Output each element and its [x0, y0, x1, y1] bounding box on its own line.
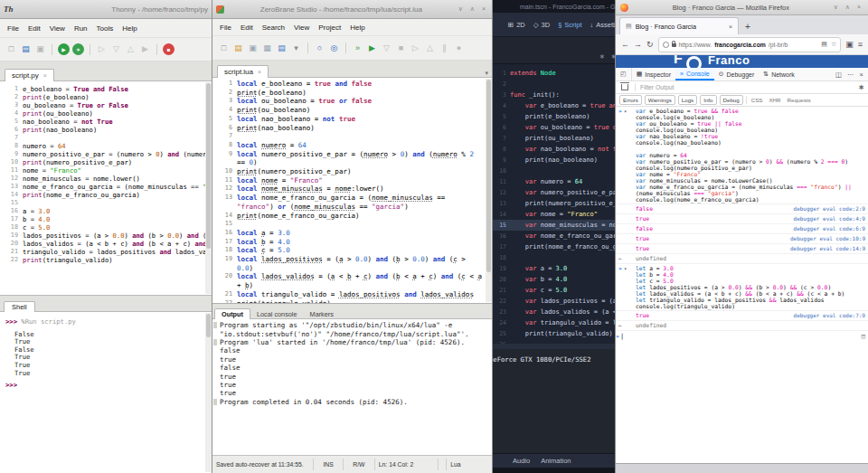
window-buttons[interactable]: ∨ ∧ × [834, 4, 863, 11]
step-out-icon[interactable]: △ [125, 43, 137, 55]
bottom-panel-audio[interactable]: Audio [513, 457, 530, 465]
menu-file[interactable]: File [3, 24, 24, 33]
log-location[interactable]: debugger eval code:2:9 [794, 205, 865, 213]
stop-icon[interactable]: ■ [395, 43, 407, 54]
filter-xhr[interactable]: XHR [767, 97, 782, 103]
tab-shell[interactable]: Shell [4, 301, 35, 312]
devtools-tab-console[interactable]: »Console [675, 68, 714, 80]
console-settings-icon[interactable]: ∗ [858, 83, 864, 91]
toggle-breakpoint-icon[interactable]: ● [453, 43, 465, 54]
stop-icon[interactable]: ■ [163, 43, 175, 55]
menu-file[interactable]: File [215, 24, 236, 32]
window-buttons[interactable]: ∨ ∧ × [458, 5, 488, 13]
menu-view[interactable]: View [289, 24, 314, 32]
editor-scrollbar[interactable] [486, 79, 492, 302]
run-script-icon[interactable]: ▶ [58, 43, 70, 55]
float-panel-icon[interactable]: ∗ [599, 52, 606, 61]
step-into-icon[interactable]: ▽ [110, 43, 122, 55]
step-into-icon[interactable]: ▽ [381, 43, 392, 54]
new-file-icon[interactable]: □ [5, 43, 17, 55]
step-out-icon[interactable]: △ [424, 43, 436, 54]
workspace-3d[interactable]: ◇3D [533, 21, 550, 29]
reload-icon[interactable]: ↻ [646, 40, 654, 49]
log-location[interactable]: debugger eval code:4:9 [794, 215, 865, 222]
shell-panel[interactable]: >>> %Run script.py FalseTrueFalseTrueTru… [0, 312, 212, 473]
panel-tab-markers[interactable]: Markers [304, 309, 340, 319]
run-icon[interactable]: ▶ [366, 43, 378, 54]
tab-list-dropdown-icon[interactable]: ▾ [485, 70, 492, 77]
forward-icon[interactable]: → [634, 40, 642, 49]
console-output[interactable]: »▾var e_booleano = true && false console… [616, 107, 868, 463]
scrollbar-thumb[interactable] [206, 83, 211, 249]
editor-scrollbar[interactable] [205, 82, 212, 294]
menu-help[interactable]: Help [345, 24, 369, 32]
filter-errors[interactable]: Errors [619, 95, 642, 105]
panel-tab-output[interactable]: Output [214, 308, 250, 319]
split-console-icon[interactable]: ◫ [862, 333, 865, 340]
resume-icon[interactable]: ▶ [139, 43, 151, 55]
menu-project[interactable]: Project [314, 24, 345, 32]
split-console-icon[interactable]: ◫ [835, 71, 842, 79]
godot-titlebar[interactable]: main.tscn - FrancoGarcia.com - Godot En [493, 0, 624, 13]
zerobrane-titlebar[interactable]: ZeroBrane Studio - /home/franco/tmp/lua/… [212, 0, 492, 19]
devtools-tab-debugger[interactable]: ⊙Debugger [714, 68, 760, 80]
site-info-icon[interactable] [663, 42, 669, 48]
collapse-caret-icon[interactable]: ▾ [624, 266, 627, 272]
workspace-2d[interactable]: ⊞2D [508, 21, 525, 29]
bottom-panel-animation[interactable]: Animation [541, 457, 571, 465]
filter-input[interactable] [640, 84, 854, 90]
filter-warnings[interactable]: Warnings [645, 95, 675, 105]
pick-element-icon[interactable]: ◰ [616, 68, 632, 80]
log-location[interactable]: debugger eval code:6:9 [794, 225, 865, 232]
new-tab-button[interactable]: + [745, 22, 750, 34]
bookmark-star-icon[interactable]: ☆ [831, 41, 836, 48]
browser-tab[interactable]: ▤ Blog · Franco Garcia × [619, 17, 739, 34]
devtools-tab-inspector[interactable]: ▦Inspector [632, 68, 675, 80]
output-panel[interactable]: Program starting as '"/opt/zbstudio/bin/… [212, 319, 492, 455]
menu-view[interactable]: View [45, 24, 70, 33]
scrollbar-thumb[interactable] [486, 80, 491, 272]
workspace-script[interactable]: §Script [558, 21, 581, 29]
firefox-titlebar[interactable]: Blog · Franco Garcia — Mozilla Firefox ∨… [616, 0, 868, 15]
filter-info[interactable]: Info [700, 95, 716, 105]
close-devtools-icon[interactable]: × [860, 71, 863, 79]
tab-script-lua[interactable]: script.lua × [217, 65, 269, 78]
devtools-options-icon[interactable]: ⋯ [847, 71, 854, 79]
save-all-icon[interactable]: ▦ [261, 43, 273, 54]
step-over-icon[interactable]: ▷ [410, 43, 421, 54]
filter-requests[interactable]: Requests [786, 97, 813, 103]
menu-edit[interactable]: Edit [24, 24, 45, 33]
collapse-caret-icon[interactable]: ▾ [624, 109, 627, 115]
filter-css[interactable]: CSS [750, 97, 765, 103]
step-over-icon[interactable]: ▷ [96, 43, 108, 55]
menu-tools[interactable]: Tools [92, 24, 118, 33]
scrollbar-thumb[interactable] [206, 314, 211, 337]
log-location[interactable]: debugger eval code:14:9 [790, 245, 865, 252]
console-input-line[interactable]: »|◫ [616, 331, 868, 342]
find-icon[interactable]: ○ [314, 43, 326, 54]
clear-console-icon[interactable] [621, 84, 628, 90]
godot-output-panel[interactable]: GeForce GTX 1080/PCIe/SSE2 [493, 349, 624, 453]
menu-run[interactable]: Run [70, 24, 92, 33]
debug-script-icon[interactable]: ∗ [72, 43, 84, 55]
log-location[interactable]: debugger eval code:7:9 [794, 312, 865, 319]
close-icon[interactable]: × [43, 72, 47, 79]
filter-debug[interactable]: Debug [720, 95, 743, 105]
thonny-titlebar[interactable]: Th Thonny - /home/franco/tmp/py [0, 0, 212, 19]
log-location[interactable]: debugger eval code:10:9 [790, 235, 865, 242]
menu-edit[interactable]: Edit [236, 24, 258, 32]
new-file-icon[interactable]: □ [218, 43, 230, 54]
start-debugging-icon[interactable]: » [352, 43, 363, 54]
open-file-icon[interactable]: ▤ [20, 43, 32, 55]
menu-search[interactable]: Search [258, 24, 289, 32]
devtools-tab-network[interactable]: ⇅Network [759, 68, 799, 80]
project-dir-icon[interactable]: ▤ [276, 43, 288, 54]
menu-hamburger-icon[interactable]: ≡ [858, 40, 863, 49]
close-icon[interactable]: × [729, 24, 732, 30]
tab-script-py[interactable]: script.py × [5, 69, 54, 81]
shell-scrollbar[interactable] [205, 313, 212, 472]
recent-projects-icon[interactable]: ▾ [290, 43, 302, 54]
lua-editor[interactable]: 1local e_booleano = true and false2print… [212, 78, 492, 303]
panel-tab-local-console[interactable]: Local console [250, 309, 304, 319]
save-file-icon[interactable]: ▣ [34, 43, 46, 55]
